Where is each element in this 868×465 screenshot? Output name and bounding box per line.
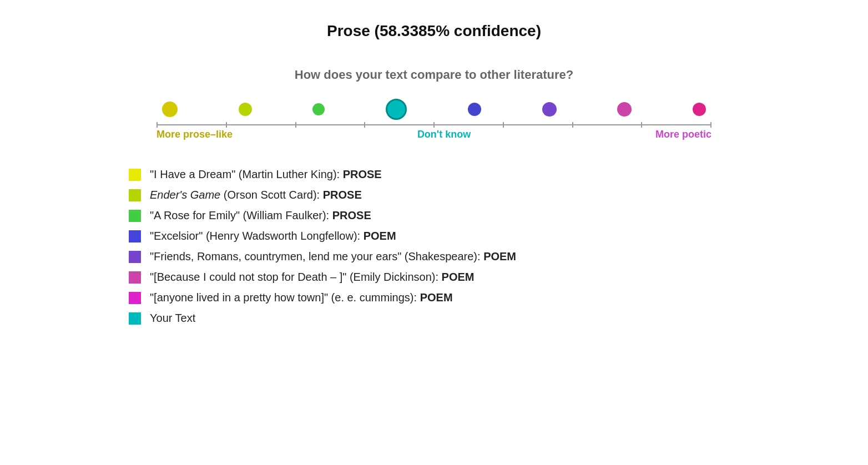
chart-dot-7 xyxy=(693,103,706,116)
chart-dot-2 xyxy=(312,103,325,115)
legend-text-6: "[anyone lived in a pretty how town]" (e… xyxy=(150,291,453,304)
legend-text-4: "Friends, Romans, countrymen, lend me yo… xyxy=(150,250,516,263)
chart-dot-4 xyxy=(468,103,481,116)
legend-color-4 xyxy=(129,251,141,263)
chart-dot-6 xyxy=(617,102,632,117)
chart-dot-1 xyxy=(239,103,252,116)
legend-color-3 xyxy=(129,230,141,242)
page-title: Prose (58.3385% confidence) xyxy=(327,22,541,40)
legend-color-7 xyxy=(129,312,141,325)
legend-text-1: Ender's Game (Orson Scott Card): PROSE xyxy=(150,189,362,201)
label-poetic: More poetic xyxy=(655,129,711,140)
axis-labels: More prose–like Don't know More poetic xyxy=(157,129,711,140)
legend-color-1 xyxy=(129,189,141,201)
label-dontknow: Don't know xyxy=(417,129,471,140)
legend-text-0: "I Have a Dream" (Martin Luther King): P… xyxy=(150,168,382,181)
legend: "I Have a Dream" (Martin Luther King): P… xyxy=(129,168,739,325)
legend-item-1: Ender's Game (Orson Scott Card): PROSE xyxy=(129,189,739,201)
chart-area: More prose–like Don't know More poetic xyxy=(157,99,711,140)
legend-text-5: "[Because I could not stop for Death – ]… xyxy=(150,271,474,284)
legend-item-2: "A Rose for Emily" (William Faulker): PR… xyxy=(129,209,739,222)
chart-dot-0 xyxy=(162,102,178,117)
dots-row xyxy=(157,99,711,120)
legend-item-5: "[Because I could not stop for Death – ]… xyxy=(129,271,739,284)
legend-item-7: Your Text xyxy=(129,312,739,325)
chart-dot-5 xyxy=(542,102,557,117)
chart-dot-3 xyxy=(386,99,407,120)
legend-item-0: "I Have a Dream" (Martin Luther King): P… xyxy=(129,168,739,181)
legend-item-4: "Friends, Romans, countrymen, lend me yo… xyxy=(129,250,739,263)
legend-color-2 xyxy=(129,210,141,222)
legend-item-6: "[anyone lived in a pretty how town]" (e… xyxy=(129,291,739,304)
legend-color-0 xyxy=(129,169,141,181)
legend-text-2: "A Rose for Emily" (William Faulker): PR… xyxy=(150,209,371,222)
comparison-question: How does your text compare to other lite… xyxy=(295,68,573,82)
axis-ticks xyxy=(157,124,711,130)
axis-line xyxy=(157,124,711,125)
legend-item-3: "Excelsior" (Henry Wadsworth Longfellow)… xyxy=(129,230,739,242)
legend-color-6 xyxy=(129,292,141,304)
legend-color-5 xyxy=(129,271,141,284)
legend-text-3: "Excelsior" (Henry Wadsworth Longfellow)… xyxy=(150,230,396,242)
comparison-section: How does your text compare to other lite… xyxy=(129,68,739,146)
label-prose: More prose–like xyxy=(157,129,233,140)
legend-text-7: Your Text xyxy=(150,312,195,325)
